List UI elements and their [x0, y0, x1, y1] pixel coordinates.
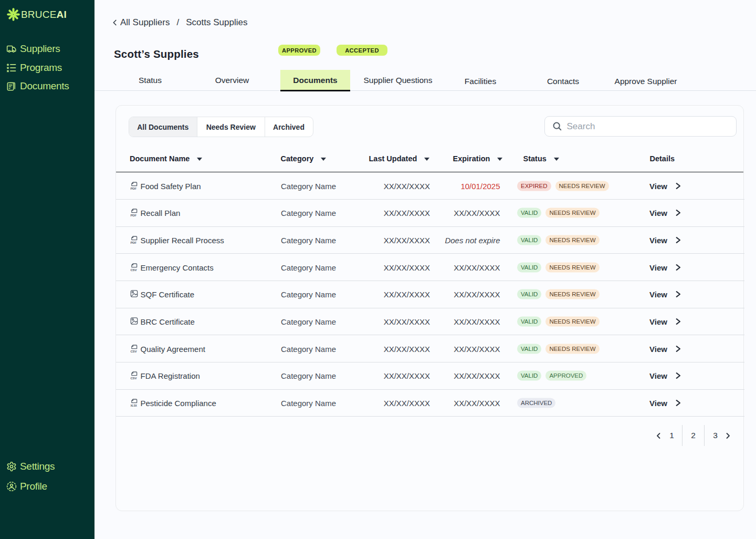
svg-text:PDF: PDF [130, 241, 136, 244]
svg-text:CSV: CSV [130, 268, 137, 272]
svg-text:PDF: PDF [130, 186, 136, 190]
svg-text:XLSX: XLSX [130, 404, 137, 407]
svg-text:CSV: CSV [130, 349, 137, 353]
svg-text:PDF: PDF [130, 213, 136, 217]
svg-text:CSV: CSV [130, 377, 137, 380]
